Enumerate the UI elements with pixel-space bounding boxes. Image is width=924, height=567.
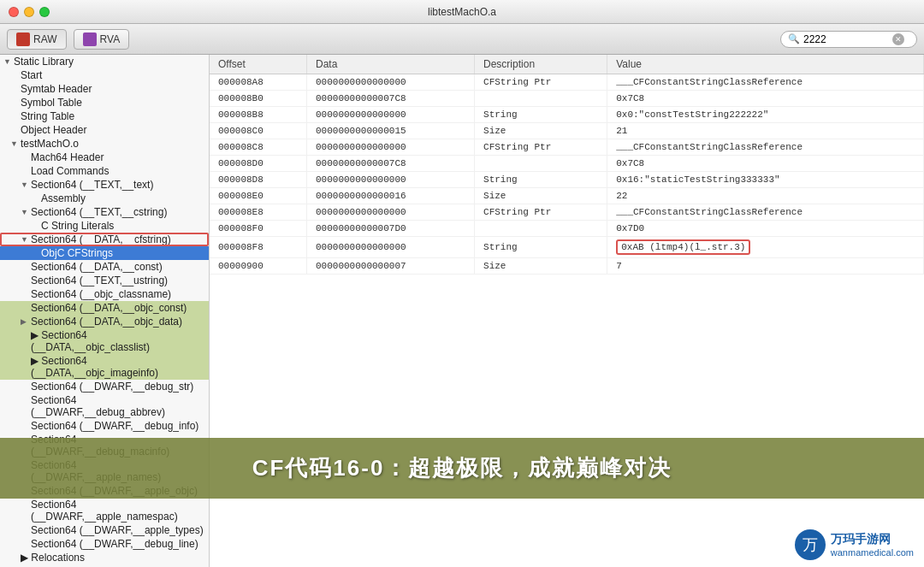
tree-item-mach64[interactable]: Mach64 Header (0, 151, 209, 164)
search-box: 🔍 ✕ (780, 31, 917, 48)
tree-item-section64-data-objc-imageinfo[interactable]: ▶ Section64 (__DATA,__objc_imageinfo) (0, 354, 209, 380)
tree-label-start: Start (21, 69, 42, 81)
tree-item-section64-dwarf-debug-abbrev[interactable]: Section64 (__DWARF,__debug_abbrev) (0, 393, 209, 419)
col-data: Data (307, 55, 475, 74)
tree-item-c-string-literals[interactable]: C String Literals (0, 219, 209, 233)
rva-button[interactable]: RVA (74, 29, 130, 50)
tree-label-static-library: Static Library (14, 56, 74, 68)
expand-icon-section64-data-objc-data: ▶ (21, 317, 31, 326)
tree-item-relocations[interactable]: ▶ Relocations (0, 551, 209, 564)
tree-label-section64-data-objc-imageinfo: ▶ Section64 (__DATA,__objc_imageinfo) (31, 355, 207, 379)
expand-icon-section64-text-cstring: ▼ (21, 208, 31, 216)
tree-item-section64-dwarf-debug-str[interactable]: Section64 (__DWARF,__debug_str) (0, 380, 209, 393)
watermark-logo: 万 (795, 529, 826, 560)
tree-item-section64-text-text[interactable]: ▼Section64 (__TEXT,__text) (0, 178, 209, 192)
cell-data-8: 0000000000000000 (307, 204, 475, 221)
cell-description-9 (475, 221, 607, 237)
col-offset: Offset (210, 55, 307, 74)
tree-item-section64-dwarf-apple-types[interactable]: Section64 (__DWARF,__apple_types) (0, 523, 209, 537)
cell-value-2: 0x0:"constTestString222222" (607, 107, 924, 123)
cell-offset-9: 000008F0 (210, 221, 307, 237)
raw-icon (16, 32, 30, 46)
cell-offset-5: 000008D0 (210, 156, 307, 172)
cell-offset-0: 000008A8 (210, 74, 307, 91)
tree-label-section64-data-objc-const: Section64 (__DATA,__objc_const) (31, 302, 187, 314)
table-row[interactable]: 000008C00000000000000015Size21 (210, 123, 924, 139)
tree-item-symbol-table[interactable]: Symbol Table (0, 96, 209, 109)
cell-description-5 (475, 156, 607, 172)
tree-label-section64-data-const: Section64 (__DATA,__const) (31, 261, 163, 273)
cell-offset-3: 000008C0 (210, 123, 307, 139)
cell-description-3: Size (475, 123, 607, 139)
tree-item-symtab[interactable]: Symtab Header (0, 82, 209, 96)
cell-description-6: String (475, 172, 607, 188)
tree-item-testmacho[interactable]: ▼testMachO.o (0, 137, 209, 151)
table-row[interactable]: 000008F80000000000000000String0xAB (ltmp… (210, 237, 924, 258)
tree-item-string-table[interactable]: String Table (0, 109, 209, 123)
raw-button[interactable]: RAW (7, 29, 67, 50)
expand-icon-static-library: ▼ (3, 57, 14, 66)
cell-description-8: CFString Ptr (475, 204, 607, 221)
cell-description-4: CFString Ptr (475, 139, 607, 156)
cell-data-3: 0000000000000015 (307, 123, 475, 139)
tree-item-section64-data-objc-data[interactable]: ▶Section64 (__DATA,__objc_data) (0, 315, 209, 328)
cell-value-5: 0x7C8 (607, 156, 924, 172)
tree-label-section64-dwarf-debug-line: Section64 (__DWARF,__debug_line) (31, 538, 198, 550)
tree-item-section64-data-objc-classlist[interactable]: ▶ Section64 (__DATA,__objc_classlist) (0, 328, 209, 354)
search-icon: 🔍 (788, 33, 800, 44)
overlay-banner: CF代码16-0：超越极限，成就巅峰对决 (0, 438, 924, 499)
table-row[interactable]: 000008E80000000000000000CFString Ptr___C… (210, 204, 924, 221)
tree-label-relocations: ▶ Relocations (21, 552, 85, 564)
tree-item-section64-text-ustring[interactable]: Section64 (__TEXT,__ustring) (0, 274, 209, 287)
raw-label: RAW (33, 33, 57, 45)
table-row[interactable]: 000008B000000000000007C80x7C8 (210, 91, 924, 107)
table-row[interactable]: 000008B80000000000000000String0x0:"const… (210, 107, 924, 123)
tree-item-section64-data-const[interactable]: Section64 (__DATA,__const) (0, 260, 209, 274)
tree-item-objc-cfstrings[interactable]: ObjC CFStrings (0, 246, 209, 260)
watermark-stack: 万玛手游网 wanmamedical.com (831, 532, 914, 558)
tree-item-start[interactable]: Start (0, 68, 209, 82)
cell-value-6: 0x16:"staticTestString333333" (607, 172, 924, 188)
table-row[interactable]: 000008D80000000000000000String0x16:"stat… (210, 172, 924, 188)
tree-item-section64-data-cfstring[interactable]: ▼Section64 (__DATA,__cfstring) (0, 233, 209, 246)
cell-description-7: Size (475, 188, 607, 204)
table-row[interactable]: 000009000000000000000007Size7 (210, 258, 924, 275)
value-outlined-cell: 0xAB (ltmp4)(l_.str.3) (616, 239, 750, 255)
table-row[interactable]: 000008D000000000000007C80x7C8 (210, 156, 924, 172)
maximize-button[interactable] (39, 7, 50, 17)
tree-item-assembly[interactable]: Assembly (0, 192, 209, 205)
cell-description-11: Size (475, 258, 607, 275)
watermark: 万 万玛手游网 wanmamedical.com (795, 529, 914, 560)
tree-item-section64-dwarf-debug-info[interactable]: Section64 (__DWARF,__debug_info) (0, 419, 209, 433)
tree-item-object-header[interactable]: Object Header (0, 123, 209, 137)
table-row[interactable]: 000008F000000000000007D00x7D0 (210, 221, 924, 237)
tree-item-section64-dwarf-debug-line[interactable]: Section64 (__DWARF,__debug_line) (0, 537, 209, 551)
rva-label: RVA (100, 33, 121, 45)
cell-description-10: String (475, 237, 607, 258)
toolbar: RAW RVA 🔍 ✕ (0, 24, 924, 55)
col-description: Description (475, 55, 607, 74)
close-button[interactable] (9, 7, 19, 17)
tree-label-section64-dwarf-apple-namespac: Section64 (__DWARF,__apple_namespac) (31, 499, 207, 523)
search-clear-button[interactable]: ✕ (892, 33, 904, 45)
cell-data-1: 00000000000007C8 (307, 91, 475, 107)
table-row[interactable]: 000008C80000000000000000CFString Ptr___C… (210, 139, 924, 156)
cell-value-11: 7 (607, 258, 924, 275)
tree-item-section64-text-cstring[interactable]: ▼Section64 (__TEXT,__cstring) (0, 205, 209, 219)
tree-item-static-library[interactable]: ▼Static Library (0, 55, 209, 68)
table-row[interactable]: 000008A80000000000000000CFString Ptr___C… (210, 74, 924, 91)
cell-value-9: 0x7D0 (607, 221, 924, 237)
search-input[interactable] (803, 33, 889, 45)
cell-offset-1: 000008B0 (210, 91, 307, 107)
tree-item-section64-dwarf-apple-namespac[interactable]: Section64 (__DWARF,__apple_namespac) (0, 498, 209, 523)
cell-data-4: 0000000000000000 (307, 139, 475, 156)
minimize-button[interactable] (24, 7, 34, 17)
data-table: Offset Data Description Value 000008A800… (210, 55, 924, 275)
tree-item-section64-objc-classname[interactable]: Section64 (__objc_classname) (0, 287, 209, 301)
tree-item-load-commands[interactable]: Load Commands (0, 164, 209, 178)
table-row[interactable]: 000008E00000000000000016Size22 (210, 188, 924, 204)
tree-label-section64-data-objc-data: Section64 (__DATA,__objc_data) (31, 316, 182, 328)
cell-offset-7: 000008E0 (210, 188, 307, 204)
watermark-brand: 万玛手游网 (831, 532, 914, 547)
tree-item-section64-data-objc-const[interactable]: Section64 (__DATA,__objc_const) (0, 301, 209, 315)
